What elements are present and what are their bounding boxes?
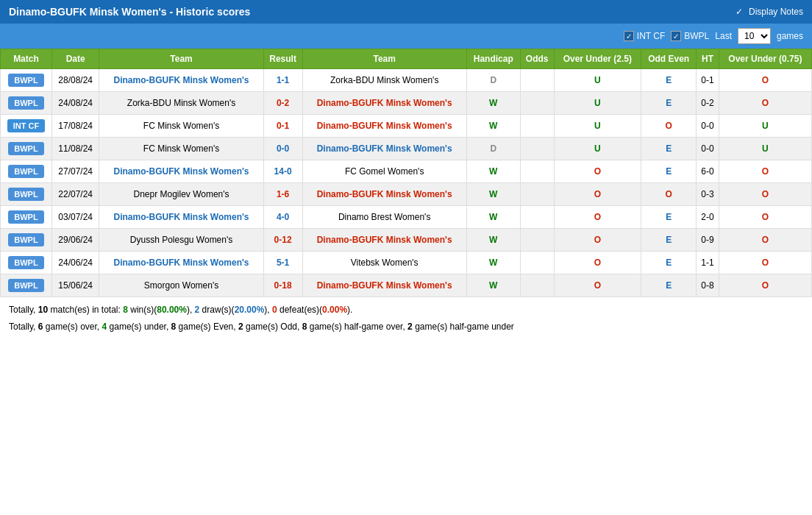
cell-date: 29/06/24: [51, 229, 99, 252]
cell-outcome: W: [466, 160, 520, 183]
cell-result: 0-1: [263, 115, 302, 138]
cell-over-under-25: U: [554, 138, 641, 160]
col-odd-even: Odd Even: [641, 49, 697, 69]
col-odds: Odds: [520, 49, 554, 69]
cell-date: 28/08/24: [51, 69, 99, 92]
cell-odd-even: E: [641, 69, 697, 92]
table-row: BWPL 15/06/24 Smorgon Women's 0-18 Dinam…: [1, 274, 812, 297]
cell-result: 14-0: [263, 160, 302, 183]
cell-handicap: [520, 252, 554, 274]
cell-over-under-075: O: [719, 229, 811, 252]
cell-handicap: [520, 69, 554, 92]
cell-outcome: D: [466, 69, 520, 92]
table-row: INT CF 17/08/24 FC Minsk Women's 0-1 Din…: [1, 115, 812, 138]
cell-odd-even: E: [641, 252, 697, 274]
bwpl-filter[interactable]: ✓ BWPL: [671, 31, 709, 41]
cell-over-under-075: U: [719, 138, 811, 160]
col-over-under-25: Over Under (2.5): [554, 49, 641, 69]
match-badge: BWPL: [8, 165, 43, 178]
cell-handicap: [520, 138, 554, 160]
intcf-filter[interactable]: ✓ INT CF: [624, 31, 665, 41]
cell-over-under-075: O: [719, 183, 811, 206]
scores-table: Match Date Team Result Team Handicap Odd…: [0, 49, 812, 297]
cell-over-under-075: O: [719, 274, 811, 297]
cell-odd-even: O: [641, 115, 697, 138]
cell-handicap: [520, 92, 554, 115]
cell-odd-even: E: [641, 160, 697, 183]
summary: Totally, 10 match(es) in total: 8 win(s)…: [0, 297, 812, 343]
cell-outcome: W: [466, 92, 520, 115]
cell-ht: 6-0: [697, 160, 719, 183]
cell-handicap: [520, 229, 554, 252]
cell-team1: Smorgon Women's: [99, 274, 263, 297]
summary-line1: Totally, 10 match(es) in total: 8 win(s)…: [9, 303, 803, 317]
cell-match: BWPL: [1, 206, 52, 229]
col-date: Date: [51, 49, 99, 69]
match-badge: INT CF: [7, 119, 45, 132]
cell-odd-even: E: [641, 206, 697, 229]
cell-ht: 0-3: [697, 183, 719, 206]
cell-over-under-25: O: [554, 229, 641, 252]
table-row: BWPL 11/08/24 FC Minsk Women's 0-0 Dinam…: [1, 138, 812, 160]
table-row: BWPL 27/07/24 Dinamo-BGUFK Minsk Women's…: [1, 160, 812, 183]
filters-bar: ✓ INT CF ✓ BWPL Last 10 5 15 20 All game…: [0, 24, 812, 49]
cell-team2: Dinamo Brest Women's: [302, 206, 466, 229]
table-row: BWPL 22/07/24 Dnepr Mogilev Women's 1-6 …: [1, 183, 812, 206]
cell-outcome: W: [466, 252, 520, 274]
cell-date: 24/08/24: [51, 92, 99, 115]
header: Dinamo-BGUFK Minsk Women's - Historic sc…: [0, 0, 812, 24]
match-badge: BWPL: [8, 96, 43, 110]
col-over-under-075: Over Under (0.75): [719, 49, 811, 69]
cell-ht: 2-0: [697, 206, 719, 229]
table-row: BWPL 03/07/24 Dinamo-BGUFK Minsk Women's…: [1, 206, 812, 229]
match-badge: BWPL: [8, 74, 43, 87]
cell-team2: Dinamo-BGUFK Minsk Women's: [302, 274, 466, 297]
table-row: BWPL 28/08/24 Dinamo-BGUFK Minsk Women's…: [1, 69, 812, 92]
cell-team2: Vitebsk Women's: [302, 252, 466, 274]
table-row: BWPL 24/08/24 Zorka-BDU Minsk Women's 0-…: [1, 92, 812, 115]
cell-result: 0-0: [263, 138, 302, 160]
header-title: Dinamo-BGUFK Minsk Women's - Historic sc…: [9, 6, 250, 18]
cell-team1: Dinamo-BGUFK Minsk Women's: [99, 252, 263, 274]
cell-handicap: [520, 274, 554, 297]
cell-over-under-25: O: [554, 252, 641, 274]
cell-team1: Zorka-BDU Minsk Women's: [99, 92, 263, 115]
cell-over-under-075: O: [719, 206, 811, 229]
cell-over-under-25: O: [554, 206, 641, 229]
summary-line2: Totally, 6 game(s) over, 4 game(s) under…: [9, 320, 803, 334]
cell-team2: Dinamo-BGUFK Minsk Women's: [302, 229, 466, 252]
cell-match: BWPL: [1, 69, 52, 92]
cell-over-under-25: O: [554, 183, 641, 206]
cell-match: BWPL: [1, 274, 52, 297]
cell-over-under-075: O: [719, 252, 811, 274]
cell-over-under-25: O: [554, 274, 641, 297]
match-badge: BWPL: [8, 210, 43, 224]
cell-outcome: W: [466, 274, 520, 297]
cell-outcome: W: [466, 115, 520, 138]
cell-over-under-075: U: [719, 115, 811, 138]
cell-handicap: [520, 206, 554, 229]
cell-outcome: W: [466, 183, 520, 206]
cell-match: BWPL: [1, 138, 52, 160]
col-ht: HT: [697, 49, 719, 69]
display-notes-check: ✓: [736, 7, 743, 17]
intcf-checkbox[interactable]: ✓: [624, 31, 634, 41]
games-select[interactable]: 10 5 15 20 All: [738, 28, 771, 44]
cell-match: INT CF: [1, 115, 52, 138]
cell-match: BWPL: [1, 183, 52, 206]
cell-odd-even: O: [641, 183, 697, 206]
cell-outcome: W: [466, 206, 520, 229]
header-controls: ✓ Display Notes: [736, 7, 803, 17]
cell-over-under-075: O: [719, 160, 811, 183]
cell-date: 17/08/24: [51, 115, 99, 138]
cell-date: 22/07/24: [51, 183, 99, 206]
cell-result: 5-1: [263, 252, 302, 274]
col-match: Match: [1, 49, 52, 69]
bwpl-checkbox[interactable]: ✓: [671, 31, 681, 41]
cell-team2: Zorka-BDU Minsk Women's: [302, 69, 466, 92]
cell-result: 0-12: [263, 229, 302, 252]
table-row: BWPL 24/06/24 Dinamo-BGUFK Minsk Women's…: [1, 252, 812, 274]
cell-ht: 0-9: [697, 229, 719, 252]
cell-result: 1-6: [263, 183, 302, 206]
cell-handicap: [520, 115, 554, 138]
